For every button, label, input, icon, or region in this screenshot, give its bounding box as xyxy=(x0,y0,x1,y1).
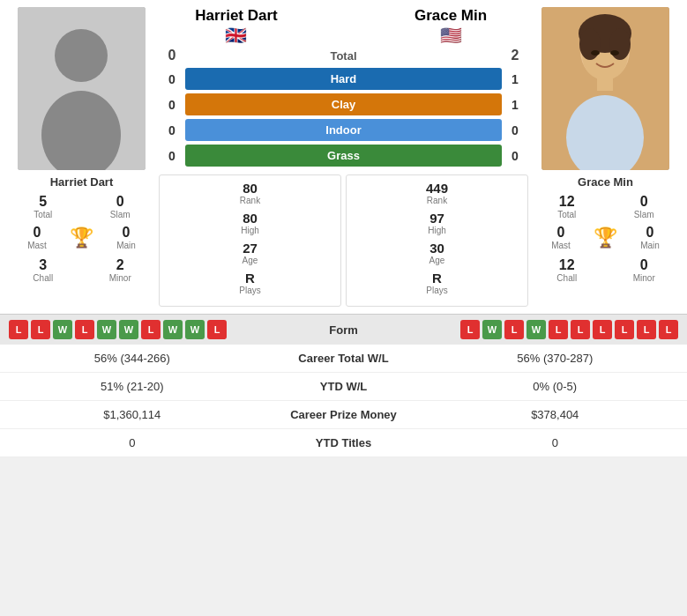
indoor-btn[interactable]: Indoor xyxy=(185,119,502,141)
surface-row-grass: 0 Grass 0 xyxy=(159,145,528,167)
right-mast-cell: 0 Mast xyxy=(528,223,594,252)
left-player-block: Harriet Dart 5 Total 0 Slam 0 Mast 🏆 xyxy=(4,7,159,307)
left-slam-cell: 0 Slam xyxy=(82,192,160,221)
left-badge-8: W xyxy=(185,320,205,339)
right-mast-label: Mast xyxy=(528,241,594,250)
left-slam-label: Slam xyxy=(82,210,160,219)
ytd-wl-row: 51% (21-20) YTD W/L 0% (0-5) xyxy=(0,373,687,401)
left-badge-2: W xyxy=(53,320,72,339)
left-main-label: Main xyxy=(93,241,159,250)
left-hard-score: 0 xyxy=(159,72,185,86)
career-wl-row: 56% (344-266) Career Total W/L 56% (370-… xyxy=(0,345,687,373)
right-slam-value: 0 xyxy=(606,194,683,210)
right-grass-score: 0 xyxy=(502,149,528,163)
right-rank-item: 449 Rank xyxy=(350,181,524,205)
left-minor-value: 2 xyxy=(82,257,160,273)
right-name-flag: Grace Min 🇺🇸 xyxy=(373,7,528,46)
left-silhouette-svg xyxy=(18,7,146,170)
form-section: L L W L W W L W W L Form L W L W L L L L… xyxy=(0,314,687,345)
left-plays-value: R xyxy=(163,271,337,286)
left-chall-value: 3 xyxy=(4,257,82,273)
left-grass-score: 0 xyxy=(159,149,185,163)
left-minor-cell: 2 Minor xyxy=(82,256,160,285)
left-rank-value: 80 xyxy=(163,181,337,196)
right-plays-value: R xyxy=(350,271,524,286)
left-indoor-score: 0 xyxy=(159,123,185,137)
right-trophy-icon: 🏆 xyxy=(594,226,617,249)
clay-btn[interactable]: Clay xyxy=(185,93,502,115)
left-badge-6: L xyxy=(141,320,161,339)
left-ytd-wl: 51% (21-20) xyxy=(9,380,256,393)
right-chall-label: Chall xyxy=(528,273,606,283)
prize-money-row: $1,360,114 Career Prize Money $378,404 xyxy=(0,401,687,429)
left-total-value: 5 xyxy=(4,194,82,210)
right-chall-cell: 12 Chall xyxy=(528,256,606,285)
left-stats-panel: 80 Rank 80 High 27 Age R Plays xyxy=(159,174,341,307)
left-badge-1: L xyxy=(31,320,50,339)
total-label: Total xyxy=(185,49,502,63)
ytd-titles-row: 0 YTD Titles 0 xyxy=(0,429,687,457)
hard-btn[interactable]: Hard xyxy=(185,68,502,90)
right-minor-value: 0 xyxy=(606,257,683,273)
left-badge-4: W xyxy=(97,320,116,339)
left-rank-label: Rank xyxy=(163,196,337,205)
right-age-item: 30 Age xyxy=(350,241,524,265)
right-career-wl: 56% (370-287) xyxy=(432,352,679,365)
right-main-cell: 0 Main xyxy=(617,223,683,252)
mid-stats-panels: 80 Rank 80 High 27 Age R Plays xyxy=(159,174,528,307)
left-main-cell: 0 Main xyxy=(93,223,159,252)
left-age-value: 27 xyxy=(163,241,337,256)
left-mast-value: 0 xyxy=(4,225,70,241)
svg-point-1 xyxy=(55,29,108,82)
left-flag: 🇬🇧 xyxy=(159,25,314,46)
form-label: Form xyxy=(309,323,379,337)
left-badge-5: W xyxy=(119,320,138,339)
left-clay-score: 0 xyxy=(159,98,185,112)
right-indoor-score: 0 xyxy=(502,123,528,137)
left-badge-7: W xyxy=(163,320,183,339)
top-section: Harriet Dart 5 Total 0 Slam 0 Mast 🏆 xyxy=(0,0,687,314)
right-age-label: Age xyxy=(350,256,524,265)
career-wl-label: Career Total W/L xyxy=(256,352,432,365)
right-titles: 0 xyxy=(432,436,679,449)
right-total-label: Total xyxy=(528,210,606,219)
left-main-value: 0 xyxy=(93,225,159,241)
right-main-label: Main xyxy=(617,241,683,250)
ytd-wl-label: YTD W/L xyxy=(256,380,432,393)
right-badge-5: L xyxy=(571,320,590,339)
right-player-name: Grace Min xyxy=(578,175,633,189)
left-high-value: 80 xyxy=(163,211,337,226)
right-rank-value: 449 xyxy=(350,181,524,196)
right-prize: $378,404 xyxy=(432,408,679,421)
left-header-name: Harriet Dart xyxy=(159,7,314,25)
right-stats-panel: 449 Rank 97 High 30 Age R Plays xyxy=(346,174,528,307)
surface-row-hard: 0 Hard 1 xyxy=(159,68,528,90)
right-header-name: Grace Min xyxy=(373,7,528,25)
right-player-block: Grace Min 12 Total 0 Slam 0 Mast 🏆 xyxy=(528,7,683,307)
left-chall-label: Chall xyxy=(4,273,82,283)
right-high-item: 97 High xyxy=(350,211,524,235)
left-stats-grid: 5 Total 0 Slam xyxy=(4,192,159,221)
right-player-photo xyxy=(541,7,669,170)
main-container: Harriet Dart 5 Total 0 Slam 0 Mast 🏆 xyxy=(0,0,687,457)
right-badge-0: L xyxy=(460,320,480,339)
right-minor-cell: 0 Minor xyxy=(606,256,683,285)
left-age-item: 27 Age xyxy=(163,241,337,265)
left-plays-label: Plays xyxy=(163,286,337,295)
right-slam-label: Slam xyxy=(606,210,683,219)
left-player-name: Harriet Dart xyxy=(50,175,114,189)
surface-row-indoor: 0 Indoor 0 xyxy=(159,119,528,141)
right-mast-value: 0 xyxy=(528,225,594,241)
left-high-item: 80 High xyxy=(163,211,337,235)
right-badge-2: L xyxy=(504,320,524,339)
left-trophy-row: 0 Mast 🏆 0 Main xyxy=(4,223,159,252)
left-chall-cell: 3 Chall xyxy=(4,256,82,285)
left-total-label: Total xyxy=(4,210,82,219)
surface-row-clay: 0 Clay 1 xyxy=(159,93,528,115)
right-plays-label: Plays xyxy=(350,286,524,295)
total-score-row: 0 Total 2 xyxy=(159,48,528,63)
grass-btn[interactable]: Grass xyxy=(185,145,502,167)
right-flag: 🇺🇸 xyxy=(373,25,528,46)
right-stats-grid: 12 Total 0 Slam xyxy=(528,192,683,221)
left-player-photo xyxy=(18,7,146,170)
